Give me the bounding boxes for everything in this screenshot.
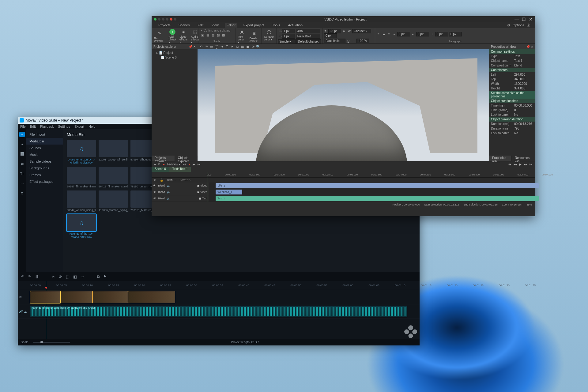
tab-editor[interactable]: Editor	[225, 23, 237, 28]
vp-loop-icon[interactable]: ⟳	[158, 163, 160, 166]
vp-rec-icon[interactable]: ●	[163, 163, 165, 166]
tool-icon-4[interactable]: ▨	[216, 33, 220, 37]
rotate-icon[interactable]: ⟳	[59, 274, 62, 279]
ct-icon-2[interactable]: ↷	[204, 44, 208, 49]
vp-back-icon[interactable]: ◂◂	[514, 163, 517, 166]
style-select[interactable]: Simple ▾	[278, 39, 296, 44]
tool-icon-1[interactable]: ▣	[200, 33, 205, 37]
movavi-timeline[interactable]: 00:00:0000:00:0500:00:1000:00:1500:00:20…	[18, 281, 420, 345]
font-size-input[interactable]: 38 pt	[328, 29, 341, 33]
menu-file[interactable]: File	[20, 125, 26, 128]
rail-import-icon[interactable]: ＋	[19, 132, 25, 137]
border2-input[interactable]: 1 px	[282, 34, 295, 39]
vsdc-track[interactable]: 👁Blend🔈▣ VideoWeekend_1	[152, 189, 535, 195]
panel-pin-icon[interactable]: 📌	[189, 45, 192, 48]
fontsize-icon[interactable]: тT	[324, 29, 328, 33]
tab-export[interactable]: Export project	[242, 23, 266, 28]
tlh-lock-icon[interactable]: 🔒	[160, 179, 163, 182]
tlh-eye-icon[interactable]: 👁	[153, 179, 156, 182]
track-link-icon[interactable]: 🔗	[19, 310, 23, 313]
track-visibility-icon[interactable]: 👁	[19, 296, 22, 299]
ct-icon-5[interactable]: ➜	[220, 44, 224, 49]
crop-icon[interactable]: ⬚	[66, 274, 70, 279]
kern-icon[interactable]: ↔	[352, 39, 356, 43]
line-sp-icon[interactable]: ↕	[430, 32, 434, 36]
qa-icon-6[interactable]	[174, 18, 176, 21]
qa-record-icon[interactable]	[170, 18, 172, 21]
ct-icon-9[interactable]: ▦	[240, 44, 245, 49]
charset-select[interactable]: Default charset	[296, 39, 321, 44]
contour-color-button[interactable]: ◯Contour color ▾	[263, 28, 275, 42]
tab-tools[interactable]: Tools	[270, 23, 282, 28]
menu-playback[interactable]: Playback	[40, 125, 54, 128]
add-object-button[interactable]: +Add object ▾	[168, 28, 177, 44]
qa-icon-2[interactable]	[158, 18, 160, 21]
rail-stickers-icon[interactable]: ⋯	[19, 181, 25, 186]
sec-creation[interactable]: Object creation time	[489, 99, 535, 103]
right-tab-resources[interactable]: Resources win…	[512, 156, 535, 161]
char-sp-input[interactable]: 0 px	[324, 33, 337, 38]
vp-start-icon[interactable]: ⏮	[183, 163, 186, 166]
vp-fwd-icon[interactable]: ▸▸	[524, 163, 527, 166]
delete-icon[interactable]: 🗑	[35, 274, 39, 279]
side-media-bin[interactable]: Media bin	[26, 138, 63, 145]
audio-clip[interactable]: revenge-of-the-unsung-hero-by-danny-mila…	[30, 306, 407, 317]
side-backgrounds[interactable]: Backgrounds	[26, 165, 63, 172]
align-right-icon[interactable]: ≡	[387, 32, 391, 36]
sec-coords[interactable]: Coordinates	[489, 68, 535, 72]
panel-close-icon[interactable]: ✕	[193, 45, 196, 48]
tl-tab-text[interactable]: Text: Text 1	[169, 167, 191, 172]
brush-color-button[interactable]: BBrush color ▾	[248, 30, 260, 43]
side-file-import[interactable]: File import	[26, 131, 63, 138]
track-mute-icon[interactable]: 🔈	[24, 310, 28, 313]
menu-settings[interactable]: Settings	[58, 125, 70, 128]
status-zoom[interactable]: Zoom To Screen	[502, 203, 522, 206]
faux-italic-toggle[interactable]: Faux Italic	[324, 39, 345, 43]
rail-titles-icon[interactable]: 🆃	[19, 151, 25, 157]
menu-help[interactable]: Help	[89, 125, 96, 128]
ct-icon-12[interactable]: 🔍	[256, 44, 260, 49]
vsdc-title-bar[interactable]: VSDC Video Editor - Project — ☐ ✕	[152, 16, 535, 22]
timeline-ruler[interactable]: 00:00:0000:00:0500:00:1000:00:1500:00:20…	[18, 281, 420, 290]
para-sp2[interactable]: 0 px	[416, 32, 429, 36]
rail-filters-icon[interactable]: ✦	[19, 141, 25, 147]
ct-icon-1[interactable]: ↶	[199, 44, 203, 49]
ct-icon-3[interactable]: ▭	[209, 44, 213, 49]
side-sounds[interactable]: Sounds	[26, 145, 63, 151]
qa-icon-1[interactable]	[154, 18, 156, 21]
tab-view[interactable]: View	[209, 23, 221, 28]
pct-input[interactable]: 100 %	[356, 39, 369, 43]
video-track[interactable]: 👁	[18, 290, 420, 304]
video-clip-2[interactable]	[61, 291, 92, 303]
help-icon[interactable]: ⓘ	[527, 23, 530, 28]
cut-icon[interactable]: ✂	[52, 274, 55, 279]
para-sp3[interactable]: 0 px	[435, 32, 448, 36]
redo-icon[interactable]: ↷	[28, 274, 31, 279]
media-thumb[interactable]: ♫over-the-horizon by…-chistilin Artlist.…	[67, 140, 96, 164]
options-button[interactable]: Options	[513, 23, 524, 27]
align-center-icon[interactable]: ≣	[382, 32, 386, 36]
undo-icon[interactable]: ↶	[21, 274, 24, 279]
text-color-button[interactable]: AText color ▾	[237, 28, 247, 44]
rail-text-icon[interactable]: Tт	[19, 171, 25, 176]
qa-icon-3[interactable]	[162, 18, 164, 21]
tool-icon-2[interactable]: ▦	[205, 33, 210, 37]
ct-icon-7[interactable]: ✂	[230, 44, 234, 49]
border1-input[interactable]: 1 px	[282, 29, 295, 33]
props-close-icon[interactable]: ✕	[531, 45, 533, 48]
vp-play-icon[interactable]: ▶	[193, 163, 195, 166]
tab-scenes[interactable]: Scenes	[177, 23, 192, 28]
vp-end-icon[interactable]: ⏭	[198, 163, 201, 166]
run-wizard-button[interactable]: ✎Run Wizard…	[153, 30, 167, 43]
right-tab-props[interactable]: Properties win…	[489, 156, 512, 161]
vp-prev-icon[interactable]: ◂	[154, 163, 156, 166]
vsdc-track[interactable]: 👁Blend🔈▣ TextText 1	[152, 195, 535, 202]
tree-scene[interactable]: 📄 Scene 0	[153, 55, 196, 60]
tree-project[interactable]: ▸ 📄 Project	[153, 51, 196, 55]
tab-edit[interactable]: Edit	[196, 23, 205, 28]
vsdc-playhead[interactable]	[208, 172, 208, 202]
faux-bold-toggle[interactable]: Faux Bold	[296, 34, 320, 39]
side-frames[interactable]: Frames	[26, 172, 63, 178]
btn-same-size[interactable]: Set the same size as the parent has	[489, 91, 535, 99]
sec-common[interactable]: Common settings	[489, 49, 535, 54]
